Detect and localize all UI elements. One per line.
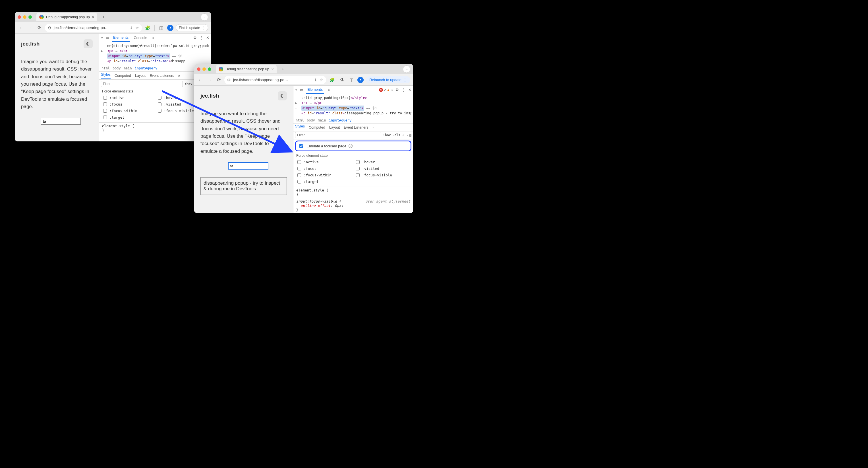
bookmark-icon[interactable]: ☆ bbox=[319, 78, 323, 82]
state-focus[interactable]: :focus bbox=[102, 101, 154, 107]
crumb-html[interactable]: html bbox=[101, 66, 110, 70]
help-icon[interactable]: ? bbox=[348, 144, 352, 148]
query-input[interactable] bbox=[228, 163, 268, 169]
reload-button[interactable]: ⟳ bbox=[215, 77, 222, 83]
labs-icon[interactable]: ⚗ bbox=[338, 76, 345, 84]
forward-button[interactable]: → bbox=[27, 25, 34, 31]
kebab-icon[interactable]: ⋮ bbox=[199, 35, 203, 40]
address-bar[interactable]: ⚙ jec.fish/demo/disappearing-po… ⤓ ☆ bbox=[224, 76, 326, 84]
extensions-icon[interactable]: 🧩 bbox=[329, 76, 336, 84]
rule-element-style[interactable]: element.style { } bbox=[293, 187, 413, 198]
site-tune-icon[interactable]: ⚙ bbox=[227, 78, 231, 82]
crumb-main[interactable]: main bbox=[124, 66, 132, 70]
more-tabs-icon[interactable]: » bbox=[327, 86, 331, 94]
styletab-computed[interactable]: Computed bbox=[309, 125, 325, 129]
styletab-computed[interactable]: Computed bbox=[115, 74, 131, 78]
emulate-focused-page[interactable]: Emulate a focused page ? bbox=[295, 141, 411, 151]
maximize-window-icon[interactable] bbox=[28, 16, 32, 19]
styletab-listeners[interactable]: Event Listeners bbox=[344, 125, 368, 129]
styles-filter-input[interactable] bbox=[295, 132, 381, 138]
state-focus-visible[interactable]: :focus-visible bbox=[355, 172, 410, 178]
selected-element[interactable]: <input id="query" type="text"> bbox=[301, 106, 364, 111]
browser-tab[interactable]: Debug disappearing pop up × bbox=[36, 13, 97, 21]
sidepanel-icon[interactable]: ◫ bbox=[157, 24, 165, 32]
styletab-styles[interactable]: Styles bbox=[101, 72, 111, 79]
state-focus-within[interactable]: :focus-within bbox=[102, 108, 154, 114]
cls-button[interactable]: .cls bbox=[392, 133, 400, 137]
tab-elements[interactable]: Elements bbox=[306, 86, 324, 94]
close-tab-icon[interactable]: × bbox=[272, 67, 274, 71]
close-devtools-icon[interactable]: ✕ bbox=[408, 88, 411, 92]
more-styletabs-icon[interactable]: » bbox=[372, 125, 374, 129]
styletab-styles[interactable]: Styles bbox=[295, 124, 305, 130]
hov-button[interactable]: :hov bbox=[185, 82, 192, 86]
minimize-window-icon[interactable] bbox=[23, 16, 26, 19]
dark-mode-toggle[interactable]: ☾ bbox=[84, 39, 93, 48]
state-active[interactable]: :active bbox=[102, 95, 154, 100]
crumb-body[interactable]: body bbox=[113, 66, 121, 70]
crumb-html[interactable]: html bbox=[296, 118, 304, 122]
styletab-layout[interactable]: Layout bbox=[135, 74, 146, 78]
close-window-icon[interactable] bbox=[197, 67, 200, 71]
close-devtools-icon[interactable]: ✕ bbox=[206, 35, 209, 40]
finish-update-button[interactable]: Finish update ⋮ bbox=[176, 24, 208, 31]
profile-avatar[interactable] bbox=[167, 25, 174, 31]
extensions-icon[interactable]: 🧩 bbox=[144, 24, 152, 32]
elements-tree[interactable]: me{display:none}#result{border:1px solid… bbox=[99, 42, 211, 65]
selected-element[interactable]: <input id="query" type="text"> bbox=[107, 54, 170, 59]
settings-icon[interactable]: ⚙ bbox=[193, 35, 197, 40]
computed-toggle-icon[interactable]: ◫ bbox=[409, 133, 411, 137]
state-target[interactable]: :target bbox=[102, 115, 154, 120]
close-tab-icon[interactable]: × bbox=[92, 15, 94, 19]
state-visited[interactable]: :visited bbox=[355, 166, 410, 171]
state-hover[interactable]: :hover bbox=[355, 159, 410, 165]
new-tab-button[interactable]: + bbox=[279, 65, 287, 73]
elements-breadcrumb[interactable]: html body main input#query bbox=[293, 117, 413, 124]
state-target[interactable]: :target bbox=[296, 179, 352, 184]
rule-focus-visible[interactable]: user agent stylesheet input:focus-visibl… bbox=[293, 198, 413, 213]
bookmark-icon[interactable]: ☆ bbox=[135, 26, 139, 30]
styletab-layout[interactable]: Layout bbox=[329, 125, 340, 129]
crumb-current[interactable]: input#query bbox=[135, 66, 157, 70]
new-rule-icon[interactable]: + bbox=[402, 133, 404, 137]
inspect-icon[interactable]: ⌖ bbox=[295, 88, 297, 92]
sidepanel-icon[interactable]: ◫ bbox=[348, 76, 355, 84]
device-toggle-icon[interactable]: ▭ bbox=[106, 35, 109, 40]
minimize-window-icon[interactable] bbox=[203, 67, 206, 71]
rendering-icon[interactable]: ▭ bbox=[406, 133, 408, 137]
dark-mode-toggle[interactable]: ☾ bbox=[278, 91, 287, 100]
styletab-listeners[interactable]: Event Listeners bbox=[150, 74, 174, 78]
more-tabs-icon[interactable]: » bbox=[151, 34, 156, 41]
address-bar[interactable]: ⚙ jec.fish/demo/disappearing-po… ⤓ ☆ bbox=[45, 24, 142, 32]
styles-filter-input[interactable] bbox=[101, 81, 183, 87]
query-input[interactable] bbox=[41, 118, 81, 125]
settings-icon[interactable]: ⚙ bbox=[396, 88, 399, 92]
site-tune-icon[interactable]: ⚙ bbox=[48, 26, 52, 30]
crumb-body[interactable]: body bbox=[307, 118, 315, 122]
elements-tree[interactable]: solid gray;padding:10px}</style> ▶<p> … … bbox=[293, 94, 413, 117]
close-window-icon[interactable] bbox=[18, 16, 21, 19]
maximize-window-icon[interactable] bbox=[208, 67, 211, 71]
browser-tab[interactable]: Debug disappearing pop up × bbox=[216, 65, 277, 74]
inspect-icon[interactable]: ⌖ bbox=[101, 35, 103, 40]
profile-avatar[interactable] bbox=[358, 77, 364, 83]
crumb-main[interactable]: main bbox=[318, 118, 326, 122]
kebab-icon[interactable]: ⋮ bbox=[402, 88, 405, 92]
install-icon[interactable]: ⤓ bbox=[314, 78, 317, 82]
state-active[interactable]: :active bbox=[296, 159, 352, 165]
tab-elements[interactable]: Elements bbox=[112, 34, 130, 42]
back-button[interactable]: ← bbox=[18, 25, 25, 31]
state-focus-within[interactable]: :focus-within bbox=[296, 172, 352, 178]
hov-button[interactable]: :hov bbox=[383, 133, 391, 137]
tab-console[interactable]: Console bbox=[132, 34, 148, 41]
new-tab-button[interactable]: + bbox=[99, 13, 107, 21]
emulate-checkbox[interactable] bbox=[299, 144, 303, 148]
tabs-dropdown-button[interactable]: ⌄ bbox=[201, 13, 208, 21]
install-icon[interactable]: ⤓ bbox=[130, 26, 133, 30]
more-styletabs-icon[interactable]: » bbox=[178, 74, 180, 78]
device-toggle-icon[interactable]: ▭ bbox=[300, 88, 303, 92]
back-button[interactable]: ← bbox=[197, 77, 204, 83]
reload-button[interactable]: ⟳ bbox=[36, 25, 43, 31]
crumb-current[interactable]: input#query bbox=[329, 118, 351, 122]
relaunch-update-button[interactable]: Relaunch to update ⋮ bbox=[366, 76, 410, 83]
